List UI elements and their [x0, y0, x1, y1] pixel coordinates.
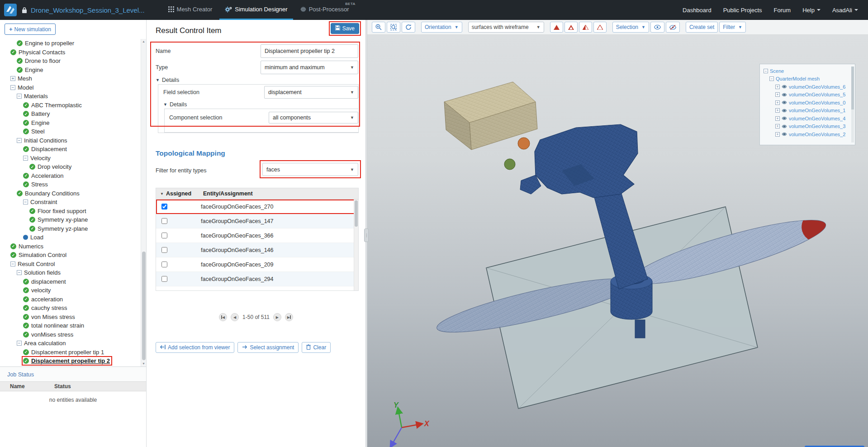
clip-plane-button-1[interactable] — [550, 22, 563, 33]
tree-item-velocity[interactable]: ✓velocity — [0, 286, 141, 295]
tree-item-drone-to-floor[interactable]: ✓Drone to floor — [0, 57, 141, 66]
hide-eye-button[interactable] — [666, 22, 680, 33]
expand-plus-icon[interactable]: + — [10, 76, 15, 81]
expand-plus-icon[interactable]: + — [775, 92, 780, 97]
type-select[interactable]: minimum and maximum ▼ — [261, 61, 358, 74]
tree-item-engine-to-propeller[interactable]: ✓Engine to propeller — [0, 39, 141, 48]
visibility-eye-icon[interactable] — [782, 124, 787, 128]
collapse-minus-icon[interactable]: − — [10, 262, 15, 266]
splitter-handle[interactable]: ⋮ — [364, 228, 369, 242]
tree-item-mesh[interactable]: +Mesh — [0, 74, 141, 83]
tab-mesh-creator[interactable]: Mesh Creator — [163, 0, 218, 20]
tree-item-cauchy-stress[interactable]: ✓cauchy stress — [0, 304, 141, 313]
render-mode-select[interactable]: surfaces with wireframe▼ — [468, 22, 544, 33]
expand-plus-icon[interactable]: + — [775, 132, 780, 137]
refresh-view-button[interactable] — [402, 22, 415, 33]
table-scrollbar[interactable] — [354, 200, 358, 291]
selection-dropdown[interactable]: Selection▼ — [612, 22, 649, 33]
visibility-eye-icon[interactable] — [782, 109, 787, 113]
nav-link-public-projects[interactable]: Public Projects — [723, 7, 762, 14]
nav-link-help[interactable]: Help — [802, 7, 821, 14]
scroll-down-icon[interactable]: ▼ — [141, 361, 146, 366]
collapse-minus-icon[interactable]: − — [17, 341, 22, 346]
collapse-minus-icon[interactable]: − — [10, 85, 15, 90]
visibility-eye-icon[interactable] — [782, 85, 787, 89]
save-button[interactable]: Save — [331, 23, 359, 34]
tree-item-von-mises-stress[interactable]: ✓von Mises stress — [0, 313, 141, 322]
table-row[interactable]: faceGroupOnGeoFaces_294 — [156, 272, 358, 286]
collapse-triangle-icon[interactable]: ▼ — [156, 78, 160, 82]
last-page-button[interactable]: ▶ — [285, 313, 293, 321]
nav-link-asadali[interactable]: AsadAli — [832, 7, 858, 14]
clear-button[interactable]: Clear — [302, 342, 331, 353]
collapse-triangle-icon[interactable]: ▼ — [163, 102, 167, 107]
collapse-minus-icon[interactable]: − — [17, 138, 22, 143]
create-set-button[interactable]: Create set — [686, 22, 718, 33]
clip-plane-button-2[interactable] — [564, 22, 578, 33]
collapse-minus-icon[interactable]: − — [23, 156, 28, 161]
tab-post-processor[interactable]: Post-Processor BETA — [295, 0, 355, 20]
previous-page-button[interactable]: ◀ — [231, 313, 239, 321]
expand-plus-icon[interactable]: + — [775, 100, 780, 105]
show-eye-button[interactable] — [650, 22, 664, 33]
nav-link-dashboard[interactable]: Dashboard — [683, 7, 711, 14]
tree-item-boundary-conditions[interactable]: ✓Boundary Conditions — [0, 189, 141, 198]
scene-volume-item[interactable]: +volumeOnGeoVolumes_6 — [764, 83, 850, 91]
tree-item-drop-velocity[interactable]: ✓Drop velocity — [0, 162, 141, 171]
table-scroll-thumb[interactable] — [355, 200, 358, 227]
collapse-minus-icon[interactable]: − — [17, 270, 22, 275]
tree-item-stress[interactable]: ✓Stress — [0, 180, 141, 189]
new-simulation-button[interactable]: + New simulation — [5, 24, 56, 35]
tree-item-engine[interactable]: ✓Engine — [0, 119, 141, 128]
scene-scrollbar[interactable] — [851, 67, 854, 143]
tree-item-velocity[interactable]: −Velocity — [0, 154, 141, 163]
zoom-fit-button[interactable] — [387, 22, 400, 33]
select-assignment-button[interactable]: Select assignment — [237, 342, 299, 353]
tree-item-symmetry-yz-plane[interactable]: ✓Symmetry yz-plane — [0, 224, 141, 233]
assigned-checkbox[interactable] — [161, 276, 167, 282]
visibility-eye-icon[interactable] — [782, 93, 787, 97]
orientation-dropdown[interactable]: Orientation▼ — [421, 22, 462, 33]
tree-item-acceleration[interactable]: ✓Acceleration — [0, 171, 141, 181]
table-row[interactable]: faceGroupOnGeoFaces_270 — [156, 200, 358, 214]
tree-item-displacement-propeller-tip-2[interactable]: ✓Displacement propeller tip 2 — [0, 357, 141, 366]
tree-item-physical-contacts[interactable]: ✓Physical Contacts — [0, 48, 141, 57]
scene-volume-item[interactable]: +volumeOnGeoVolumes_3 — [764, 123, 850, 131]
tree-item-displacement-propeller-tip-1[interactable]: ✓Displacement propeller tip 1 — [0, 348, 141, 357]
filter-dropdown[interactable]: Filter▼ — [719, 22, 746, 33]
tree-item-solution-fields[interactable]: −Solution fields — [0, 268, 141, 277]
nav-link-forum[interactable]: Forum — [774, 7, 791, 14]
tree-item-area-calculation[interactable]: −Area calculation — [0, 339, 141, 348]
inner-details-section-header[interactable]: ▼ Details — [163, 101, 187, 108]
scene-volume-item[interactable]: +volumeOnGeoVolumes_4 — [764, 114, 850, 123]
first-page-button[interactable]: ◀ — [219, 313, 227, 321]
sort-caret-icon[interactable]: ▼ — [160, 192, 164, 196]
tree-item-total-nonlinear-strain[interactable]: ✓total nonlinear strain — [0, 321, 141, 330]
collapse-minus-icon[interactable]: − — [764, 69, 768, 73]
collapse-minus-icon[interactable]: − — [23, 200, 28, 204]
project-title[interactable]: Drone_Workshop_Session_3_Level... — [31, 6, 145, 14]
entity-column-header[interactable]: Entity/Assignment — [199, 190, 253, 197]
scroll-thumb[interactable] — [142, 252, 146, 360]
tree-item-load[interactable]: Load — [0, 233, 141, 242]
tree-item-vonmises-stress[interactable]: ✓vonMises stress — [0, 330, 141, 339]
entity-filter-select[interactable]: faces ▼ — [262, 163, 358, 176]
scene-root-item[interactable]: − Scene — [764, 67, 850, 75]
assigned-checkbox[interactable] — [161, 204, 167, 209]
expand-plus-icon[interactable]: + — [775, 124, 780, 128]
tree-item-initial-conditions[interactable]: −Initial Conditions — [0, 136, 141, 145]
simscale-logo-icon[interactable] — [4, 3, 17, 17]
scene-mesh-item[interactable]: − QuarterModel mesh — [764, 75, 850, 83]
tree-item-displacement[interactable]: ✓displacement — [0, 277, 141, 286]
scroll-up-icon[interactable]: ▲ — [141, 39, 146, 44]
clip-plane-button-4[interactable] — [593, 22, 607, 33]
next-page-button[interactable]: ▶ — [273, 313, 281, 321]
zoom-in-button[interactable] — [372, 22, 385, 33]
field-selection-select[interactable]: displacement ▼ — [264, 86, 358, 99]
collapse-minus-icon[interactable]: − — [17, 94, 22, 99]
tab-simulation-designer[interactable]: Simulation Designer — [219, 0, 293, 20]
tree-item-result-control[interactable]: −Result Control — [0, 260, 141, 269]
assigned-checkbox[interactable] — [161, 233, 167, 238]
assigned-checkbox[interactable] — [161, 247, 167, 253]
tree-item-numerics[interactable]: ✓Numerics — [0, 242, 141, 251]
